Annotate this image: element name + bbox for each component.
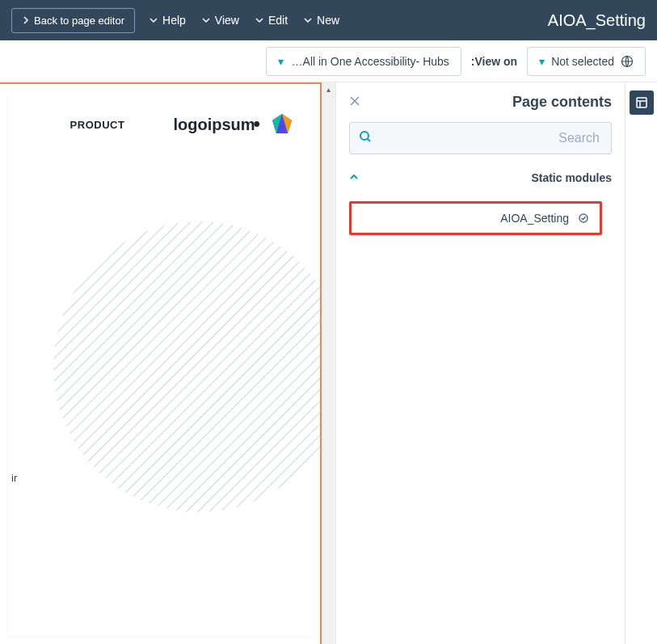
layout-icon [635, 96, 648, 109]
svg-point-2 [360, 132, 369, 140]
menu-new[interactable]: New [304, 14, 339, 27]
caret-down-icon: ▾ [278, 55, 284, 68]
sidebar-rail [625, 82, 657, 644]
content-area: Page contents Static modules AIOA_Settin… [0, 82, 657, 644]
panel-header: Page contents [349, 94, 612, 111]
menu-help-label: Help [162, 14, 186, 27]
contents-tab-button[interactable] [630, 90, 654, 115]
chevron-right-icon [22, 15, 29, 25]
stray-text: ir [11, 472, 17, 484]
back-button-label: Back to page editor [34, 15, 124, 27]
menu-new-label: New [317, 14, 339, 27]
panel-title: Page contents [512, 94, 612, 111]
search-input[interactable] [349, 122, 612, 154]
page-title: AIOA_Setting [548, 11, 646, 30]
globe-icon [621, 55, 634, 68]
chevron-down-icon [255, 16, 263, 24]
close-button[interactable] [349, 94, 360, 111]
view-on-select[interactable]: All in One Accessibility- Hubs… ▾ [266, 47, 461, 76]
chevron-down-icon [150, 16, 158, 24]
chevron-down-icon [304, 16, 312, 24]
menu-view[interactable]: View [202, 14, 239, 27]
search-wrap [349, 122, 612, 154]
logo-mark-icon [270, 112, 294, 137]
logo[interactable]: •logoipsum [173, 112, 294, 137]
svg-rect-1 [637, 98, 646, 107]
section-title: Static modules [531, 171, 612, 184]
canvas: ▴ •logoipsum [0, 82, 335, 644]
static-modules-section[interactable]: Static modules [349, 166, 612, 190]
module-icon [577, 212, 590, 225]
scroll-track[interactable] [322, 96, 335, 644]
page-header: •logoipsum PRODUCT [8, 92, 312, 157]
scroll-up-arrow-icon[interactable]: ▴ [322, 82, 335, 96]
view-on-label: View on: [471, 55, 517, 68]
back-button[interactable]: Back to page editor [11, 8, 135, 33]
page-contents-panel: Page contents Static modules AIOA_Settin… [335, 82, 625, 644]
menu-view-label: View [215, 14, 239, 27]
view-on-value: All in One Accessibility- Hubs… [292, 55, 449, 68]
page-preview[interactable]: •logoipsum PRODUCT [0, 82, 322, 644]
toolbar: Not selected ▾ View on: All in One Acces… [0, 40, 657, 82]
search-icon [359, 130, 372, 146]
segment-button-label: Not selected [551, 55, 614, 68]
hero-graphic [53, 221, 322, 512]
chevron-down-icon [202, 16, 210, 24]
close-icon [349, 95, 360, 107]
scrollbar[interactable]: ▴ [322, 82, 335, 644]
caret-down-icon: ▾ [539, 55, 545, 68]
segment-button[interactable]: Not selected ▾ [527, 47, 646, 76]
nav-product[interactable]: PRODUCT [70, 119, 125, 131]
menu-edit-label: Edit [268, 14, 288, 27]
chevron-up-icon [349, 170, 359, 185]
top-menu: New Edit View Help [150, 14, 339, 27]
menu-help[interactable]: Help [150, 14, 186, 27]
logo-text: •logoipsum [173, 116, 262, 134]
module-aioa-setting[interactable]: AIOA_Setting [349, 201, 602, 235]
svg-rect-6 [53, 221, 322, 512]
module-label: AIOA_Setting [500, 212, 569, 225]
page-inner: •logoipsum PRODUCT [8, 92, 312, 636]
menu-edit[interactable]: Edit [255, 14, 288, 27]
top-bar: AIOA_Setting New Edit View Help Back to … [0, 0, 657, 40]
